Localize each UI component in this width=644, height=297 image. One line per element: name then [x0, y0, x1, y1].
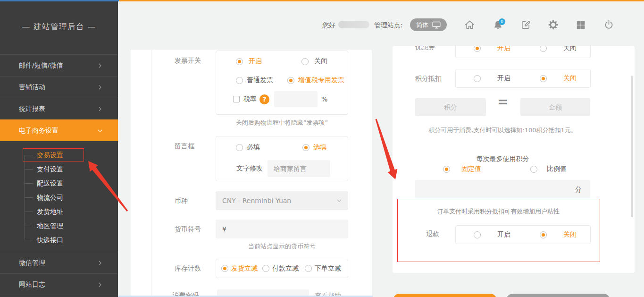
manage-site-label: 管理站点: [374, 21, 403, 30]
refund-on-radio[interactable] [474, 231, 481, 238]
sidebar: — 建站管理后台 — 邮件/短信/微信 营销活动 统计报表 电子商务设置 交易设… [0, 1, 118, 297]
sidebar-item-ecommerce-settings[interactable]: 电子商务设置 [0, 119, 118, 141]
submenu-item-label: 快递接口 [37, 236, 63, 244]
power-logout-icon[interactable] [603, 19, 614, 30]
save-button[interactable] [393, 294, 497, 297]
coupon-label: 优惠券 [415, 46, 435, 51]
sidebar-nav: 邮件/短信/微信 营销活动 统计报表 电子商务设置 交易设置 支付设置 配送设置… [0, 54, 118, 295]
plain-invoice-radio[interactable] [236, 77, 243, 84]
points-on-option[interactable]: 开启 [497, 74, 510, 83]
submenu-item-shipping-address[interactable]: 发货地址 [0, 204, 118, 219]
submenu-item-label: 地区管理 [37, 222, 63, 229]
stock-ship-radio[interactable] [221, 265, 228, 272]
refund-off-radio[interactable] [540, 231, 547, 238]
fixed-value-option[interactable]: 固定值 [461, 165, 481, 173]
tax-rate-input[interactable] [274, 91, 318, 107]
submenu-item-express-interface[interactable]: 快递接口 [0, 233, 118, 247]
fixed-value-radio[interactable] [443, 166, 450, 173]
sidebar-item-site-log[interactable]: 网站日志 [0, 273, 118, 295]
points-on-radio[interactable] [474, 75, 481, 82]
message-required-row: 必填 选填 [216, 137, 348, 157]
ratio-value-radio[interactable] [530, 166, 537, 173]
vat-invoice-radio[interactable] [287, 77, 294, 84]
points-deduction-label: 积分抵扣 [415, 75, 442, 83]
sidebar-item-mail-sms-wechat[interactable]: 邮件/短信/微信 [0, 54, 118, 76]
sidebar-item-label: 网站日志 [19, 280, 45, 288]
invoice-on-radio[interactable] [236, 58, 243, 65]
stock-count-box: 发货立减 付款立减 下单立减 [216, 259, 348, 278]
stock-order-option[interactable]: 下单立减 [315, 264, 341, 273]
message-optional-option[interactable]: 选填 [313, 143, 326, 152]
points-off-option[interactable]: 关闭 [563, 74, 577, 83]
stock-pay-option[interactable]: 付款立减 [272, 264, 299, 273]
message-text-input[interactable]: 给商家留言 [268, 160, 330, 177]
sidebar-item-wechat-management[interactable]: 微信管理 [0, 252, 118, 273]
amount-input[interactable]: 金额 [520, 98, 590, 116]
cancel-button[interactable] [506, 294, 610, 297]
points-off-radio[interactable] [540, 75, 547, 82]
currency-symbol-input[interactable]: ¥ [216, 220, 348, 238]
sidebar-item-label: 统计报表 [19, 105, 45, 112]
stock-ship-option[interactable]: 发货立减 [231, 264, 258, 273]
message-optional-radio[interactable] [302, 144, 309, 151]
vat-invoice-option[interactable]: 增值税专用发票 [298, 76, 344, 85]
coupon-off-option[interactable]: 关闭 [563, 46, 577, 52]
coupon-on-radio[interactable] [474, 46, 481, 52]
submenu-item-payment-settings[interactable]: 支付设置 [0, 162, 118, 176]
submenu-item-delivery-settings[interactable]: 配送设置 [0, 176, 118, 190]
max-points-input[interactable]: 分 [415, 180, 590, 199]
currency-symbol-label: 货币符号 [175, 225, 201, 234]
coupon-off-radio[interactable] [540, 46, 547, 52]
points-help-text: 积分可用于消费,支付时可以选择如:100积分抵扣1元。 [404, 126, 602, 135]
invoice-off-radio[interactable] [301, 58, 309, 65]
points-placeholder: 积分 [444, 103, 457, 111]
points-input[interactable]: 积分 [415, 98, 486, 116]
submenu-item-label: 发货地址 [37, 208, 63, 215]
coupon-on-option[interactable]: 开启 [497, 46, 510, 52]
message-required-option[interactable]: 必填 [247, 143, 260, 152]
help-question-icon[interactable]: ? [259, 94, 269, 104]
submenu-item-logistics-company[interactable]: 物流公司 [0, 190, 118, 204]
message-required-radio[interactable] [236, 144, 243, 151]
submenu-item-region-management[interactable]: 地区管理 [0, 219, 118, 233]
scrollbar-thumb[interactable] [631, 76, 633, 217]
stock-order-radio[interactable] [305, 265, 312, 272]
stock-pay-radio[interactable] [262, 265, 269, 272]
currency-symbol-value: ¥ [222, 225, 226, 233]
refund-off-option[interactable]: 关闭 [563, 230, 577, 239]
right-panel: 优惠券 开启 关闭 积分抵扣 开启 关闭 积分 = 金额 积分可用于消费,支付时… [393, 46, 635, 273]
edit-icon[interactable] [520, 19, 531, 30]
apps-grid-icon[interactable] [576, 20, 586, 30]
plain-invoice-option[interactable]: 普通发票 [247, 76, 273, 85]
ecommerce-submenu: 交易设置 支付设置 配送设置 物流公司 发货地址 地区管理 快递接口 [0, 141, 118, 252]
chevron-right-icon [97, 282, 103, 288]
panel-inner-divider [151, 50, 151, 297]
settings-gear-icon[interactable] [548, 19, 559, 30]
invoice-help-text: 关闭后购物流程中将隐藏”发票项” [216, 119, 348, 127]
points-deduction-row: 开启 关闭 [456, 69, 590, 87]
invoice-off-option[interactable]: 关闭 [314, 57, 327, 66]
site-language-pill[interactable]: 简体 [410, 18, 447, 31]
chevron-right-icon [97, 85, 103, 90]
home-icon[interactable] [464, 19, 476, 31]
stock-options-row: 发货立减 付款立减 下单立减 [216, 259, 348, 278]
submenu-item-label: 配送设置 [37, 179, 63, 187]
submenu-item-transaction-settings[interactable]: 交易设置 [0, 148, 118, 162]
greeting-text: 您好 [322, 21, 335, 30]
chevron-down-icon [97, 128, 103, 134]
sidebar-item-label: 邮件/短信/微信 [19, 61, 63, 69]
ratio-value-option[interactable]: 比例值 [547, 165, 567, 173]
currency-select[interactable]: CNY - Renminbi Yuan [216, 191, 348, 210]
notification-badge: 0 [499, 18, 505, 25]
sidebar-item-statistics[interactable]: 统计报表 [0, 98, 118, 119]
refund-on-option[interactable]: 开启 [497, 230, 510, 239]
max-points-title: 每次最多使用积分 [415, 155, 590, 163]
tax-rate-checkbox[interactable] [233, 96, 240, 102]
tax-rate-label: 税率 [243, 95, 257, 103]
invoice-on-option[interactable]: 开启 [249, 57, 262, 66]
message-edit-label: 文字修改 [236, 164, 263, 173]
chevron-right-icon [97, 106, 103, 112]
sidebar-item-marketing[interactable]: 营销活动 [0, 76, 118, 98]
chevron-right-icon [97, 63, 103, 68]
invoice-switch-label: 发票开关 [175, 57, 201, 65]
